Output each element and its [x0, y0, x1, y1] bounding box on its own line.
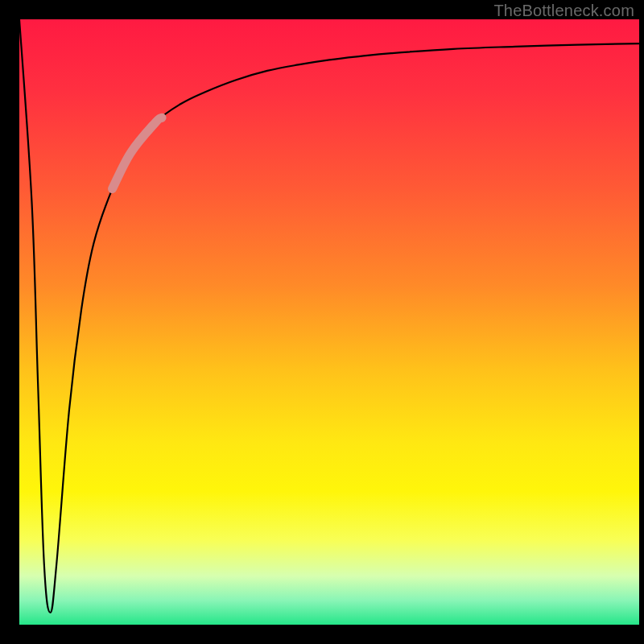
plot-area — [19, 19, 639, 625]
bottleneck-curve-path — [19, 19, 639, 613]
chart-stage: TheBottleneck.com — [0, 0, 644, 644]
attribution-text: TheBottleneck.com — [493, 2, 634, 20]
curve-svg — [19, 19, 639, 625]
curve-highlight-segment — [113, 118, 163, 188]
